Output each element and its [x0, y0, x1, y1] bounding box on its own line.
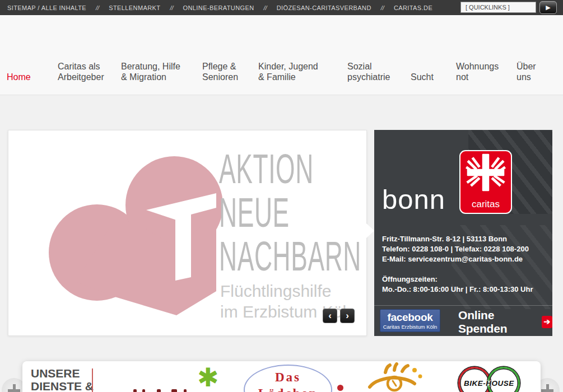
main-content: AKTION NEUE NACHBARN Flüchtlingshilfe im… [0, 95, 563, 392]
campaign-slider: AKTION NEUE NACHBARN Flüchtlingshilfe im… [8, 130, 367, 336]
nav-item-wohnungsnot[interactable]: Wohnungs not [456, 61, 499, 82]
opening-hours-value: Mo.-Do.: 8:00-16:00 Uhr | Fr.: 8:00-13:3… [382, 284, 533, 295]
chevron-right-icon: › [346, 310, 349, 321]
facebook-subtitle: Caritas Erzbistum Köln [380, 324, 440, 330]
top-separator: // [96, 4, 99, 11]
bonn-wordmark: bonn [382, 184, 445, 215]
donate-title: Online Spenden [458, 309, 535, 335]
online-donate-link[interactable]: Online Spenden ➔ Mit einer Spende helfen [458, 309, 552, 336]
top-separator: // [170, 4, 173, 11]
red-arrow-icon: ➔ [542, 316, 552, 328]
partner-logo-carousel: UNSERE DIENSTE & ✱ Das Lädchen [22, 361, 541, 392]
slider-next-button[interactable]: › [340, 309, 355, 323]
nav-item-ueber-uns[interactable]: Über uns [517, 61, 536, 82]
quicklinks-select[interactable]: [ QUICKLINKS ] [460, 2, 536, 13]
facebook-badge[interactable]: facebook Caritas Erzbistum Köln [380, 309, 440, 332]
orange-eye-icon [365, 362, 427, 392]
top-link-stellenmarkt[interactable]: STELLENMARKT [109, 4, 160, 11]
top-utility-bar: SITEMAP / ALLE INHALTE // STELLENMARKT /… [0, 0, 563, 15]
quicklinks-go-button[interactable]: ▶ [539, 1, 557, 14]
red-divider-line [92, 368, 93, 392]
top-link-caritas-de[interactable]: CARITAS.DE [394, 4, 432, 11]
nav-item-kinder-jugend-familie[interactable]: Kinder, Jugend & Familie [258, 61, 318, 82]
top-separator: // [381, 4, 384, 11]
caritas-logo[interactable]: caritas [459, 150, 512, 214]
nav-item-pflege-senioren[interactable]: Pflege & Senioren [202, 61, 238, 82]
top-links: SITEMAP / ALLE INHALTE // STELLENMARKT /… [7, 0, 432, 15]
contact-sidebar: bonn caritas Fritz-Ti [374, 130, 552, 336]
cut-off-logo-dot [337, 385, 343, 391]
bike-house-logo[interactable]: BIKE-HOUSE [455, 367, 528, 392]
sidebar-bottom-row: facebook Caritas Erzbistum Köln Online S… [374, 305, 552, 336]
play-arrow-icon: ▶ [546, 4, 550, 11]
chevron-left-icon: ‹ [328, 310, 332, 321]
caritas-bonn-homepage: SITEMAP / ALLE INHALTE // STELLENMARKT /… [0, 0, 563, 392]
address-block: Fritz-Tillmann-Str. 8-12 | 53113 Bonn Te… [382, 234, 529, 264]
nav-item-home[interactable]: Home [7, 72, 31, 82]
cut-off-logo-text[interactable] [118, 389, 202, 392]
slider-pointer-decoration [366, 223, 374, 238]
opening-hours-label: Öffnungszeiten: [382, 274, 533, 284]
bike-house-label: BIKE-HOUSE [453, 379, 525, 388]
top-separator: // [264, 4, 267, 11]
address-line: Fritz-Tillmann-Str. 8-12 | 53113 Bonn [382, 234, 529, 244]
caritas-logo-word: caritas [460, 199, 511, 210]
das-laedchen-line2: Lädchen [245, 386, 331, 392]
green-asterisk-icon[interactable]: ✱ [197, 363, 219, 391]
carousel-heading-line2: DIENSTE & [31, 380, 94, 392]
top-link-sitemap[interactable]: SITEMAP / ALLE INHALTE [7, 4, 86, 11]
das-laedchen-logo[interactable]: Das Lädchen [244, 365, 332, 392]
slider-prev-button[interactable]: ‹ [323, 309, 337, 323]
nav-item-caritas-als-arbeitgeber[interactable]: Caritas als Arbeitgeber [58, 61, 104, 82]
carousel-heading-line1: UNSERE [31, 367, 94, 380]
nav-item-beratung-hilfe-migration[interactable]: Beratung, Hilfe & Migration [121, 61, 180, 82]
das-laedchen-line1: Das [245, 370, 331, 385]
nav-item-sozialpsychiatrie[interactable]: Sozial psychiatrie [347, 61, 390, 82]
top-link-dioezesan-caritasverband[interactable]: DIÖZESAN-CARITASVERBAND [277, 4, 371, 11]
nav-item-sucht[interactable]: Sucht [411, 72, 434, 82]
top-link-online-beratungen[interactable]: ONLINE-BERATUNGEN [183, 4, 254, 11]
email-line[interactable]: E-Mail: servicezentrum@caritas-bonn.de [382, 254, 529, 264]
phone-line: Telefon: 0228 108-0 | Telefax: 0228 108-… [382, 244, 529, 254]
facebook-wordmark: facebook [380, 311, 440, 324]
carousel-heading: UNSERE DIENSTE & [31, 367, 94, 392]
main-header: Home Caritas als Arbeitgeber Beratung, H… [0, 15, 563, 95]
campaign-headline: AKTION NEUE NACHBARN [219, 147, 361, 278]
opening-hours-block: Öffnungszeiten: Mo.-Do.: 8:00-16:00 Uhr … [382, 274, 533, 295]
caritas-flame-cross-icon [460, 152, 511, 200]
eye-logo[interactable] [365, 362, 427, 392]
